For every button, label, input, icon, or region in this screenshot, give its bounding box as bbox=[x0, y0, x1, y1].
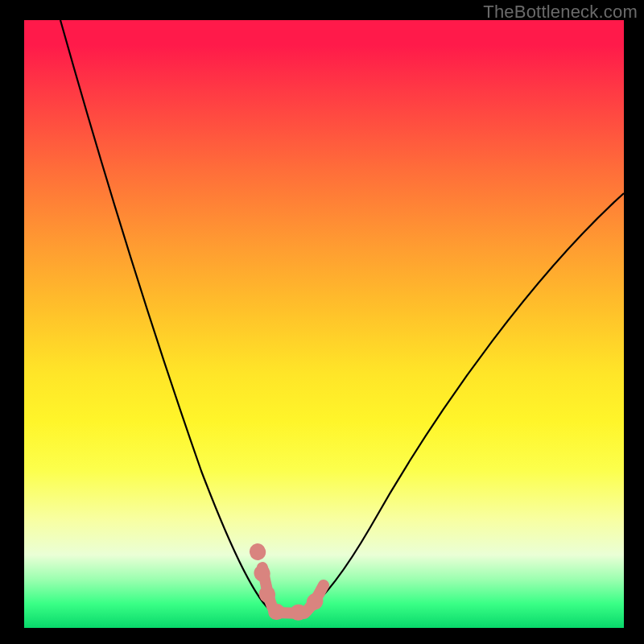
chart-svg bbox=[24, 20, 624, 628]
watermark-text: TheBottleneck.com bbox=[483, 2, 638, 23]
bottleneck-curve bbox=[60, 20, 624, 612]
chart-frame: TheBottleneck.com bbox=[0, 0, 644, 644]
chart-plot-area bbox=[24, 20, 624, 628]
